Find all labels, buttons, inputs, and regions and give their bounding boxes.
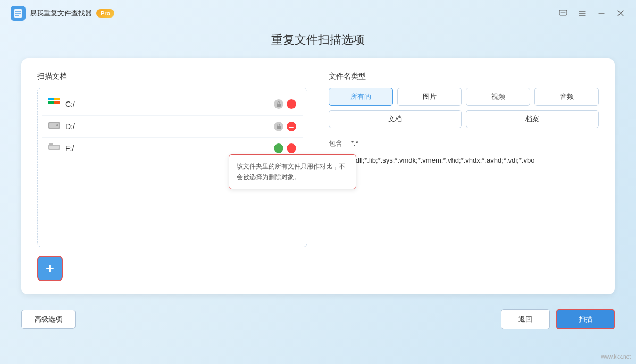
scan-section-label: 扫描文档	[37, 72, 307, 81]
svg-rect-2	[48, 98, 54, 100]
include-label: 包含	[329, 139, 345, 148]
tooltip-text: 该文件夹里的所有文件只用作对比，不会被选择为删除对象。	[237, 163, 345, 181]
plus-icon: +	[46, 261, 54, 276]
type-buttons-row2: 文档 档案	[329, 110, 599, 128]
app-title: 易我重复文件查找器	[30, 9, 92, 18]
svg-rect-14	[277, 148, 281, 151]
type-btn-video[interactable]: 视频	[466, 88, 530, 106]
minimize-button[interactable]	[597, 9, 606, 18]
type-btn-audio[interactable]: 音频	[534, 88, 599, 106]
app-icon	[11, 6, 26, 21]
exclude-row: 排除 *.dll;*.lib;*.sys;*.vmdk;*.vmem;*.vhd…	[329, 156, 599, 165]
main-card: 扫描文档 C:/	[21, 58, 615, 294]
watermark: www.kkx.net	[601, 354, 631, 360]
include-row: 包含 *.*	[329, 139, 599, 148]
drive-c-label: C:/	[65, 100, 274, 108]
drive-f-remove[interactable]: –	[287, 143, 296, 153]
drive-d-remove[interactable]: –	[287, 122, 296, 131]
drive-c-remove[interactable]: –	[287, 99, 296, 109]
filetype-section-label: 文件名类型	[329, 72, 599, 81]
menu-button[interactable]	[578, 9, 587, 18]
page-title: 重复文件扫描选项	[0, 32, 636, 48]
drive-f-icon	[48, 143, 60, 154]
drive-d-actions: –	[274, 122, 296, 131]
drive-f-label: F:/	[65, 144, 274, 153]
add-drive-button[interactable]: +	[37, 256, 63, 281]
drive-item-c: C:/ –	[42, 92, 303, 116]
title-bar-left: 易我重复文件查找器 Pro	[11, 6, 114, 21]
svg-rect-6	[277, 104, 281, 107]
title-bar: 易我重复文件查找器 Pro	[0, 0, 636, 27]
exclude-value: *.dll;*.lib;*.sys;*.vmdk;*.vmem;*.vhd;*.…	[351, 156, 599, 164]
type-btn-all[interactable]: 所有的	[329, 88, 393, 106]
message-button[interactable]	[558, 9, 568, 18]
drive-c-lock[interactable]	[274, 99, 283, 109]
type-btn-image[interactable]: 图片	[397, 88, 462, 106]
drive-f-actions: –	[274, 143, 296, 153]
drive-d-label: D:/	[65, 122, 274, 131]
drive-c-icon	[48, 98, 60, 110]
drive-d-lock[interactable]	[274, 122, 283, 131]
right-panel: 文件名类型 所有的 图片 视频 音频 文档 档案 包含 *.* 排除 *.dll…	[329, 72, 599, 281]
drive-item-d: D:/ –	[42, 116, 303, 138]
drive-c-actions: –	[274, 99, 296, 109]
title-bar-right	[558, 9, 625, 18]
svg-rect-5	[54, 101, 60, 104]
svg-rect-13	[49, 146, 59, 149]
svg-rect-10	[277, 126, 281, 129]
action-buttons: 返回 扫描	[501, 309, 615, 329]
drive-d-icon	[48, 121, 60, 132]
include-value: *.*	[351, 139, 599, 147]
type-btn-archive[interactable]: 档案	[466, 110, 599, 128]
svg-point-9	[56, 124, 58, 126]
close-button[interactable]	[616, 9, 625, 18]
scan-button[interactable]: 扫描	[556, 309, 615, 329]
type-buttons-row1: 所有的 图片 视频 音频	[329, 88, 599, 106]
advanced-options-button[interactable]: 高级选项	[21, 310, 76, 329]
svg-rect-3	[54, 98, 60, 100]
tooltip-popup: 该文件夹里的所有文件只用作对比，不会被选择为删除对象。	[229, 154, 356, 189]
back-button[interactable]: 返回	[501, 309, 550, 329]
svg-rect-4	[48, 101, 54, 104]
bottom-bar: 高级选项 返回 扫描	[0, 300, 636, 339]
pro-badge: Pro	[96, 9, 114, 18]
type-btn-document[interactable]: 文档	[329, 110, 462, 128]
drive-f-lock[interactable]	[274, 143, 283, 153]
left-panel: 扫描文档 C:/	[37, 72, 307, 281]
svg-rect-12	[49, 143, 53, 146]
